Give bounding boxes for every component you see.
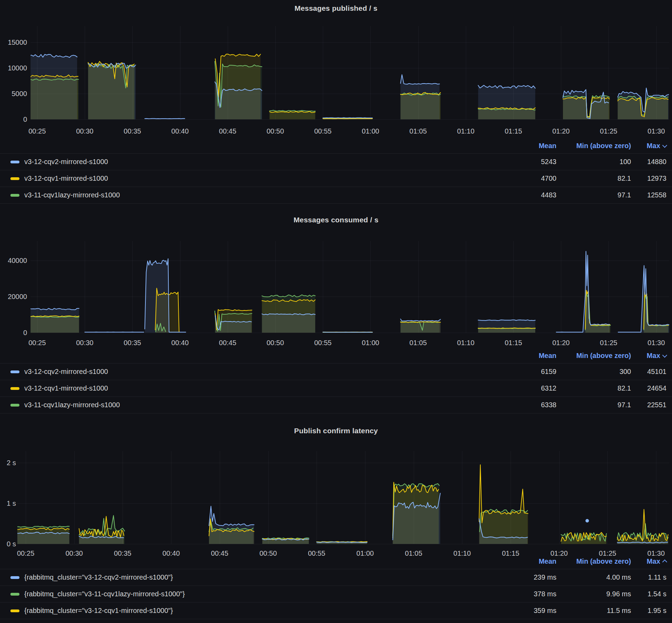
series-label[interactable]: v3-11-cqv1lazy-mirrored-s1000 <box>10 401 511 409</box>
value-mean: 4700 <box>511 174 556 182</box>
svg-text:00:45: 00:45 <box>219 127 236 135</box>
legend-row: v3-12-cqv2-mirrored-s1000615930045101 <box>0 363 672 380</box>
legend-rows: v3-12-cqv2-mirrored-s1000615930045101v3-… <box>0 363 672 413</box>
value-min: 11.5 ms <box>556 607 631 615</box>
value-mean: 5243 <box>511 158 556 166</box>
value-max: 24654 <box>631 384 666 392</box>
svg-text:00:45: 00:45 <box>219 339 236 347</box>
series-color-swatch-icon <box>10 387 19 390</box>
value-max: 12973 <box>631 174 666 182</box>
legend-row: v3-12-cqv1-mirrored-s1000470082.112973 <box>0 170 672 187</box>
svg-text:01:10: 01:10 <box>457 127 474 135</box>
svg-text:01:20: 01:20 <box>552 339 570 347</box>
value-min: 97.1 <box>556 401 631 409</box>
legend-col-mean[interactable]: Mean <box>511 352 556 360</box>
plot-area <box>17 465 668 544</box>
legend-table: Mean Min (above zero) Max {rabbitmq_clus… <box>0 556 672 619</box>
panel-messages-consumed: Messages consumed / s 00:2500:3000:3500:… <box>0 206 672 415</box>
series-name: v3-11-cqv1lazy-mirrored-s1000 <box>24 191 120 199</box>
value-min: 97.1 <box>556 191 631 199</box>
value-mean: 6338 <box>511 401 556 409</box>
timeseries-chart-consumed[interactable]: 00:2500:3000:3500:4000:4500:5000:5501:00… <box>0 206 672 349</box>
svg-text:01:10: 01:10 <box>457 339 474 347</box>
sort-chevron-icon <box>662 352 667 357</box>
svg-text:01:00: 01:00 <box>362 127 379 135</box>
series-label[interactable]: {rabbitmq_cluster="v3-12-cqv1-mirrored-s… <box>10 607 511 615</box>
value-mean: 378 ms <box>511 590 556 598</box>
panel-messages-published: Messages published / s 00:2500:3000:3500… <box>0 0 672 206</box>
series-label[interactable]: v3-12-cqv2-mirrored-s1000 <box>10 158 511 166</box>
legend-col-mean[interactable]: Mean <box>511 142 556 150</box>
value-min: 9.96 ms <box>556 590 631 598</box>
value-mean: 6159 <box>511 368 556 376</box>
series-name: {rabbitmq_cluster="v3-11-cqv1lazy-mirror… <box>24 590 185 598</box>
value-mean: 4483 <box>511 191 556 199</box>
svg-text:00:30: 00:30 <box>76 339 93 347</box>
value-max: 1.54 s <box>631 590 666 598</box>
svg-text:01:05: 01:05 <box>410 127 427 135</box>
timeseries-chart-published[interactable]: 00:2500:3000:3500:4000:4500:5000:5501:00… <box>0 0 672 139</box>
legend-rows: {rabbitmq_cluster="v3-12-cqv2-mirrored-s… <box>0 569 672 619</box>
legend-col-max[interactable]: Max <box>631 352 666 360</box>
grafana-dashboard: Messages published / s 00:2500:3000:3500… <box>0 0 672 623</box>
series-label[interactable]: {rabbitmq_cluster="v3-11-cqv1lazy-mirror… <box>10 590 511 598</box>
series-label[interactable]: v3-12-cqv1-mirrored-s1000 <box>10 384 511 392</box>
svg-text:00:40: 00:40 <box>171 339 189 347</box>
legend-row: {rabbitmq_cluster="v3-12-cqv2-mirrored-s… <box>0 569 672 586</box>
svg-text:01:25: 01:25 <box>600 127 617 135</box>
legend-col-max-label: Max <box>647 142 660 150</box>
series-label[interactable]: v3-12-cqv2-mirrored-s1000 <box>10 368 511 376</box>
legend-col-min[interactable]: Min (above zero) <box>556 352 631 360</box>
plot-area <box>24 251 670 333</box>
series-name: {rabbitmq_cluster="v3-12-cqv2-mirrored-s… <box>24 573 173 581</box>
legend-col-max[interactable]: Max <box>631 557 666 565</box>
svg-text:01:15: 01:15 <box>505 127 522 135</box>
legend-row: v3-11-cqv1lazy-mirrored-s1000448397.1125… <box>0 187 672 204</box>
sort-chevron-icon <box>662 143 667 147</box>
series-name: v3-12-cqv2-mirrored-s1000 <box>24 158 108 166</box>
legend-col-min[interactable]: Min (above zero) <box>556 557 631 565</box>
series-color-swatch-icon <box>10 161 19 163</box>
value-min: 100 <box>556 158 631 166</box>
svg-text:01:25: 01:25 <box>600 339 617 347</box>
legend-col-min[interactable]: Min (above zero) <box>556 142 631 150</box>
series-label[interactable]: {rabbitmq_cluster="v3-12-cqv2-mirrored-s… <box>10 573 511 581</box>
legend-header: Mean Min (above zero) Max <box>0 350 672 361</box>
legend-row: v3-11-cqv1lazy-mirrored-s1000633897.1225… <box>0 396 672 413</box>
svg-text:0 s: 0 s <box>7 540 16 548</box>
value-mean: 359 ms <box>511 607 556 615</box>
svg-text:00:35: 00:35 <box>124 127 141 135</box>
svg-text:00:30: 00:30 <box>76 127 93 135</box>
svg-text:40000: 40000 <box>8 257 27 264</box>
svg-text:1 s: 1 s <box>7 500 16 507</box>
legend-row: v3-12-cqv2-mirrored-s1000524310014880 <box>0 153 672 170</box>
series-color-swatch-icon <box>10 404 19 407</box>
svg-text:01:05: 01:05 <box>410 339 427 347</box>
sort-chevron-icon <box>662 560 667 564</box>
svg-text:10000: 10000 <box>8 64 27 72</box>
axis-tick-labels: 00:2500:3000:3500:4000:4500:5000:5501:00… <box>8 257 665 347</box>
legend-rows: v3-12-cqv2-mirrored-s1000524310014880v3-… <box>0 153 672 204</box>
legend-col-max[interactable]: Max <box>631 142 666 150</box>
value-max: 1.11 s <box>631 573 666 581</box>
series-color-swatch-icon <box>10 194 19 197</box>
svg-text:01:15: 01:15 <box>505 339 522 347</box>
value-min: 82.1 <box>556 174 631 182</box>
legend-col-max-label: Max <box>647 352 660 360</box>
svg-text:2 s: 2 s <box>7 459 16 467</box>
svg-text:0: 0 <box>23 329 27 336</box>
svg-text:00:50: 00:50 <box>267 339 284 347</box>
timeseries-chart-latency[interactable]: 00:2500:3000:3500:4000:4500:5000:5501:00… <box>0 415 672 558</box>
value-mean: 239 ms <box>511 573 556 581</box>
svg-text:00:55: 00:55 <box>314 127 331 135</box>
svg-text:15000: 15000 <box>8 39 27 46</box>
legend-col-mean[interactable]: Mean <box>511 557 556 565</box>
legend-table: Mean Min (above zero) Max v3-12-cqv2-mir… <box>0 140 672 204</box>
series-label[interactable]: v3-11-cqv1lazy-mirrored-s1000 <box>10 191 511 199</box>
svg-text:00:50: 00:50 <box>267 127 284 135</box>
series-color-swatch-icon <box>10 370 19 373</box>
value-min: 4.00 ms <box>556 573 631 581</box>
series-name: v3-11-cqv1lazy-mirrored-s1000 <box>24 401 120 409</box>
series-name: v3-12-cqv1-mirrored-s1000 <box>24 174 108 182</box>
series-label[interactable]: v3-12-cqv1-mirrored-s1000 <box>10 174 511 182</box>
